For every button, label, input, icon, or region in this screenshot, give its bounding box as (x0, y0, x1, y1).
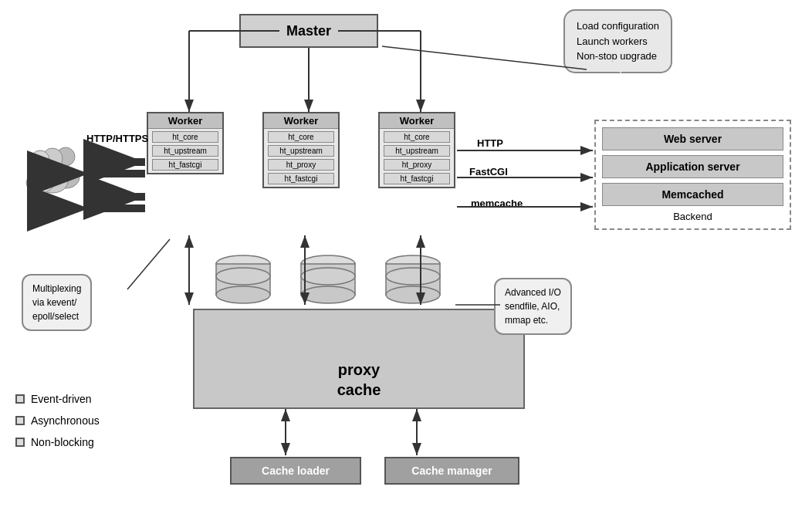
svg-line-39 (127, 239, 170, 289)
master-label: Master (286, 23, 331, 39)
legend-square-2 (15, 416, 25, 425)
module-ht-fastcgi-2: ht_fastcgi (268, 173, 334, 184)
application-server-box: Application server (602, 155, 783, 178)
module-ht-proxy-2: ht_proxy (268, 159, 334, 171)
svg-line-41 (382, 46, 587, 69)
cache-loader-label: Cache loader (262, 465, 330, 477)
cache-manager-label: Cache manager (411, 465, 492, 477)
worker-box-1: Worker ht_core ht_upstream ht_fastcgi (147, 112, 224, 174)
svg-point-8 (216, 268, 270, 285)
legend-square-3 (15, 438, 25, 447)
aio-line-3: mmap etc. (505, 313, 561, 327)
web-server-box: Web server (602, 127, 783, 150)
aio-callout: Advanced I/O sendfile, AIO, mmap etc. (494, 278, 572, 335)
module-ht-upstream-1: ht_upstream (152, 145, 218, 157)
multiplex-line-1: Multiplexing (32, 282, 81, 296)
http-https-label: HTTP/HTTPS (86, 133, 148, 144)
legend-square-1 (15, 394, 25, 404)
speech-line-1: Load configuration (577, 19, 659, 34)
legend-item-asynchronous: Asynchronous (15, 410, 100, 431)
memcache-label: memcache (471, 198, 523, 209)
diagram-container: Master Load configuration Launch workers… (0, 0, 812, 507)
master-box: Master (239, 14, 378, 48)
cache-loader-box: Cache loader (230, 457, 361, 485)
worker-1-title: Worker (148, 113, 222, 129)
module-ht-core-2: ht_core (268, 131, 334, 143)
backend-label: Backend (602, 211, 783, 222)
svg-point-16 (386, 268, 440, 285)
svg-point-5 (26, 173, 54, 193)
legend-label-3: Non-blocking (31, 431, 94, 453)
aio-line-1: Advanced I/O (505, 286, 561, 299)
multiplex-line-3: epoll/select (32, 309, 81, 323)
svg-point-4 (31, 150, 49, 169)
module-ht-upstream-2: ht_upstream (268, 145, 334, 157)
worker-box-2: Worker ht_core ht_upstream ht_proxy ht_f… (262, 112, 340, 188)
legend-item-event-driven: Event-driven (15, 388, 100, 410)
proxy-cache-label: proxycache (337, 360, 381, 400)
module-ht-core-1: ht_core (152, 131, 218, 143)
http-label: HTTP (477, 137, 503, 149)
legend-label-2: Asynchronous (31, 410, 100, 431)
module-ht-fastcgi-3: ht_fastcgi (384, 173, 450, 184)
proxy-cache-area: proxycache (193, 309, 525, 409)
worker-2-title: Worker (264, 113, 338, 129)
worker-box-3: Worker ht_core ht_upstream ht_proxy ht_f… (378, 112, 455, 188)
arrows-overlay (0, 0, 812, 507)
speech-line-3: Non-stop upgrade (577, 49, 659, 64)
multiplex-line-2: via kevent/ (32, 296, 81, 309)
multiplexing-callout: Multiplexing via kevent/ epoll/select (22, 274, 92, 331)
module-ht-core-3: ht_core (384, 131, 450, 143)
svg-point-17 (386, 286, 440, 303)
legend-label-1: Event-driven (31, 388, 92, 410)
svg-point-9 (216, 286, 270, 303)
memcached-box: Memcached (602, 183, 783, 206)
legend: Event-driven Asynchronous Non-blocking (15, 388, 100, 453)
backend-container: Web server Application server Memcached … (594, 120, 791, 230)
fastcgi-label: FastCGI (469, 166, 508, 177)
module-ht-fastcgi-1: ht_fastcgi (152, 159, 218, 171)
svg-point-13 (301, 286, 355, 303)
svg-point-12 (301, 268, 355, 285)
module-ht-upstream-3: ht_upstream (384, 145, 450, 157)
speech-bubble: Load configuration Launch workers Non-st… (563, 9, 672, 73)
cache-manager-box: Cache manager (384, 457, 519, 485)
speech-line-2: Launch workers (577, 34, 659, 49)
users-icon (23, 143, 85, 197)
worker-3-title: Worker (380, 113, 454, 129)
aio-line-2: sendfile, AIO, (505, 299, 561, 313)
module-ht-proxy-3: ht_proxy (384, 159, 450, 171)
legend-item-non-blocking: Non-blocking (15, 431, 100, 453)
